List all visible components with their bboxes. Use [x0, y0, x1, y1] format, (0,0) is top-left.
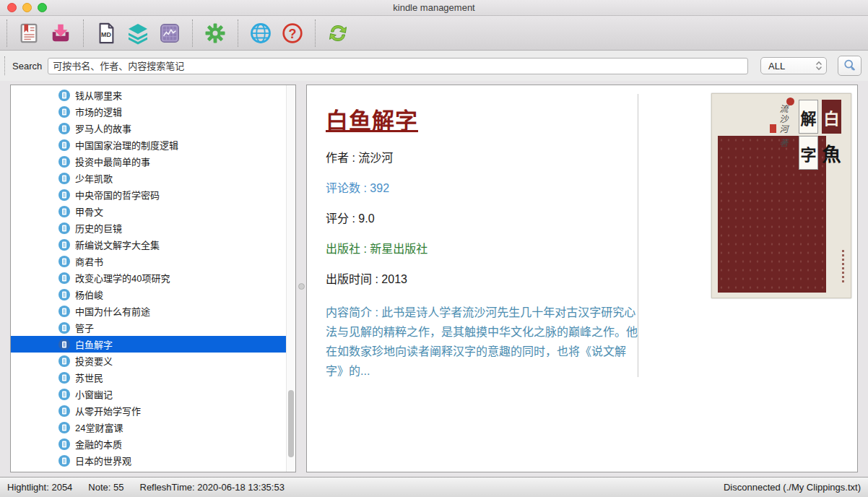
cover-author-signature: 流沙河 著: [777, 104, 789, 149]
window-title: kindle management: [0, 0, 868, 15]
list-item[interactable]: 中国国家治理的制度逻辑: [11, 137, 295, 153]
settings-gear-button[interactable]: [199, 18, 231, 48]
book-note-icon: [58, 405, 70, 417]
detail-field: 内容简介 : 此书是诗人学者流沙河先生几十年对古汉字研究心法与见解的精粹之作，是…: [326, 303, 639, 381]
cover-char-bai: 白: [822, 100, 841, 134]
splitter-handle[interactable]: [298, 283, 305, 290]
list-item[interactable]: 苏世民: [11, 369, 295, 386]
book-note-icon: [58, 322, 70, 334]
book-note-icon: [58, 173, 70, 184]
stats-chart-button[interactable]: [154, 18, 186, 48]
book-title-link[interactable]: 白鱼解字: [326, 103, 641, 135]
cover-red-badge: [786, 98, 794, 105]
toolbar-buttons: MD?: [13, 18, 354, 48]
app-window: kindle management MD? Search ALL 钱从哪: [0, 0, 868, 497]
book-cover: 白 解 字 魚 流沙河 著: [711, 93, 851, 298]
book-note-icon: [58, 355, 70, 367]
book-note-icon: [58, 206, 70, 217]
list-item-label: 甲骨文: [75, 204, 103, 218]
zoom-button[interactable]: [38, 3, 47, 12]
list-item[interactable]: 甲骨文: [11, 203, 295, 220]
toolbar-handle: [6, 20, 7, 47]
list-item[interactable]: 小窗幽记: [11, 386, 295, 402]
list-item[interactable]: 金融的本质: [11, 436, 295, 452]
settings-gear-icon: [204, 22, 227, 45]
book-note-icon: [58, 438, 70, 450]
search-input[interactable]: [48, 58, 748, 74]
list-item[interactable]: 投资中最简单的事: [11, 153, 295, 170]
book-list-panel: 钱从哪里来市场的逻辑罗马人的故事中国国家治理的制度逻辑投资中最简单的事少年凯歌中…: [10, 85, 296, 472]
notes-document-button[interactable]: [13, 18, 45, 48]
close-button[interactable]: [7, 3, 17, 12]
book-note-icon: [58, 156, 70, 168]
book-note-icon: [58, 222, 70, 234]
list-item-selected[interactable]: 白鱼解字: [11, 336, 295, 353]
list-item[interactable]: 中国为什么有前途: [11, 303, 295, 319]
list-item[interactable]: 日本的世界观: [11, 452, 295, 469]
book-note-icon: [58, 289, 70, 301]
toolbar-separator: [315, 20, 316, 47]
book-note-icon: [58, 256, 70, 267]
chevron-up-down-icon: [815, 60, 823, 72]
list-item-label: 24堂财富课: [75, 420, 123, 434]
cover-char-zi: 字: [799, 136, 818, 170]
list-item-label: 小窗幽记: [75, 387, 113, 401]
main-area: 钱从哪里来市场的逻辑罗马人的故事中国国家治理的制度逻辑投资中最简单的事少年凯歌中…: [0, 81, 868, 477]
web-globe-icon: [249, 22, 272, 45]
search-button[interactable]: [838, 56, 862, 76]
refresh-sync-button[interactable]: [322, 18, 354, 48]
list-item[interactable]: 钱从哪里来: [11, 87, 295, 103]
list-item[interactable]: 少年凯歌: [11, 170, 295, 186]
book-note-icon: [58, 106, 70, 118]
help-question-button[interactable]: ?: [277, 18, 308, 48]
list-item[interactable]: 历史的巨镜: [11, 220, 295, 236]
list-item[interactable]: 杨伯峻: [11, 286, 295, 303]
list-item[interactable]: 市场的逻辑: [11, 103, 295, 120]
scrollbar-thumb[interactable]: [288, 390, 294, 457]
list-item-label: 杨伯峻: [75, 288, 103, 301]
web-globe-button[interactable]: [245, 18, 277, 48]
import-download-icon: [49, 22, 72, 44]
list-item-label: 投资要义: [75, 354, 113, 368]
detail-field: 出版时间 : 2013: [326, 272, 641, 287]
book-note-icon: [58, 189, 70, 201]
help-question-icon: ?: [281, 22, 304, 45]
list-item[interactable]: 投资要义: [11, 353, 295, 369]
list-item[interactable]: 24堂财富课: [11, 419, 295, 436]
svg-text:?: ?: [289, 26, 297, 40]
book-note-icon: [58, 123, 70, 134]
layers-button[interactable]: [122, 18, 154, 48]
list-item[interactable]: 罗马人的故事: [11, 120, 295, 137]
toolbar: MD?: [0, 16, 868, 51]
list-item[interactable]: 新编说文解字大全集: [11, 236, 295, 253]
book-fields: 作者 : 流沙河评论数 : 392评分 : 9.0出版社 : 新星出版社出版时间…: [326, 151, 641, 381]
markdown-file-icon: MD: [95, 22, 117, 45]
list-scrollbar[interactable]: [286, 85, 295, 472]
magnifier-icon: [843, 59, 857, 73]
list-item-label: 改变心理学的40项研究: [75, 271, 170, 285]
list-item-label: 中央帝国的哲学密码: [75, 188, 160, 202]
list-item[interactable]: 中央帝国的哲学密码: [11, 186, 295, 203]
refresh-time: RefleshTime: 2020-06-18 13:35:53: [140, 482, 285, 493]
import-download-button[interactable]: [45, 18, 77, 48]
detail-field: 作者 : 流沙河: [326, 151, 641, 165]
cover-publisher-marks: [842, 250, 844, 283]
layers-icon: [126, 22, 149, 45]
minimize-button[interactable]: [22, 3, 32, 12]
svg-text:MD: MD: [101, 30, 111, 38]
book-note-icon: [58, 139, 70, 151]
list-item-label: 白鱼解字: [75, 337, 113, 351]
markdown-file-button[interactable]: MD: [90, 18, 122, 48]
list-item[interactable]: 改变心理学的40项研究: [11, 269, 295, 286]
search-bar-handle: [4, 56, 5, 75]
book-note-icon: [58, 389, 70, 400]
note-count: Note: 55: [88, 482, 123, 493]
list-item[interactable]: 商君书: [11, 253, 295, 269]
notes-document-icon: [18, 22, 40, 45]
filter-dropdown[interactable]: ALL: [760, 57, 827, 74]
list-item[interactable]: 从零开始学写作: [11, 402, 295, 419]
cover-seal-stamp: [770, 124, 776, 133]
list-item[interactable]: 管子: [11, 319, 295, 336]
book-note-icon: [58, 455, 70, 467]
book-note-icon: [58, 90, 70, 101]
